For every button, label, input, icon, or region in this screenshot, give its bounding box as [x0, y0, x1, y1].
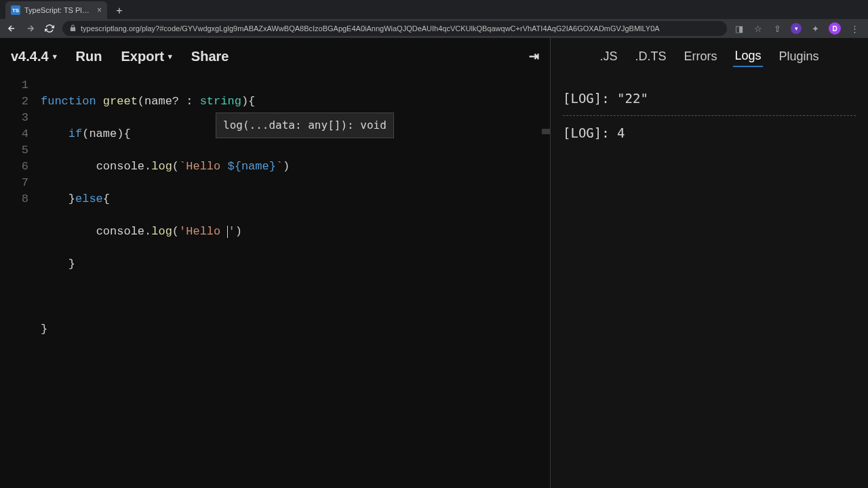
minimap-indicator[interactable]: [542, 129, 550, 134]
tab-bar: TS TypeScript: TS Playground - A × +: [0, 0, 868, 19]
line-number: 7: [0, 175, 28, 191]
toolbar-right-icons: ◨ ☆ ⇧ ▾ ✦ D ⋮: [734, 22, 863, 35]
logs-output: [LOG]: "22" [LOG]: 4: [551, 75, 868, 157]
export-button[interactable]: Export▾: [121, 49, 172, 64]
line-number: 4: [0, 126, 28, 142]
code-body[interactable]: function greet(name? : string){ if(name)…: [41, 77, 550, 488]
lock-icon: [69, 24, 77, 33]
line-number: 6: [0, 159, 28, 175]
output-pane: .JS .D.TS Errors Logs Plugins [LOG]: "22…: [551, 38, 868, 488]
bookmark-icon[interactable]: ☆: [753, 23, 764, 34]
extensions-icon[interactable]: ✦: [810, 23, 821, 34]
log-entry: [LOG]: "22": [563, 87, 856, 110]
version-selector[interactable]: v4.4.4▾: [11, 49, 57, 64]
tab-js[interactable]: .JS: [598, 47, 618, 66]
editor-pane: v4.4.4▾ Run Export▾ Share ⇥ 1 2 3 4 5 6 …: [0, 38, 551, 488]
new-tab-button[interactable]: +: [111, 3, 127, 19]
signature-help-popup: log(...data: any[]): void: [216, 113, 394, 138]
tab-plugins[interactable]: Plugins: [778, 47, 821, 66]
playground-app: v4.4.4▾ Run Export▾ Share ⇥ 1 2 3 4 5 6 …: [0, 38, 868, 488]
share-button[interactable]: Share: [191, 49, 229, 64]
avatar[interactable]: D: [829, 22, 841, 35]
share-icon[interactable]: ⇧: [772, 23, 783, 34]
gutter: 1 2 3 4 5 6 7 8: [0, 77, 41, 488]
run-button[interactable]: Run: [76, 49, 102, 64]
back-button[interactable]: [5, 22, 18, 35]
log-separator: [563, 115, 856, 116]
browser-tab[interactable]: TS TypeScript: TS Playground - A ×: [5, 1, 107, 19]
chevron-down-icon: ▾: [53, 52, 57, 61]
line-number: 8: [0, 191, 28, 207]
chevron-down-icon: ▾: [168, 52, 172, 61]
tab-logs[interactable]: Logs: [733, 46, 762, 67]
favicon: TS: [11, 5, 20, 15]
extension-icon[interactable]: ▾: [791, 23, 802, 34]
code-editor[interactable]: 1 2 3 4 5 6 7 8 function greet(name? : s…: [0, 75, 550, 488]
line-number: 5: [0, 142, 28, 159]
line-number: 3: [0, 110, 28, 126]
log-entry: [LOG]: 4: [563, 121, 856, 144]
close-icon[interactable]: ×: [97, 5, 102, 15]
forward-button[interactable]: [24, 22, 37, 35]
tab-dts[interactable]: .D.TS: [633, 47, 667, 66]
editor-toolbar: v4.4.4▾ Run Export▾ Share ⇥: [0, 38, 550, 75]
menu-icon[interactable]: ⋮: [849, 23, 860, 34]
url-bar-row: typescriptlang.org/play?#code/GYVwdgxgLg…: [0, 19, 868, 38]
format-icon[interactable]: ⇥: [529, 49, 539, 64]
translate-icon[interactable]: ◨: [734, 23, 745, 34]
line-number: 1: [0, 77, 28, 94]
output-tabs: .JS .D.TS Errors Logs Plugins: [551, 38, 868, 75]
tab-errors[interactable]: Errors: [682, 47, 718, 66]
url-text: typescriptlang.org/play?#code/GYVwdgxgLg…: [81, 24, 660, 33]
browser-chrome: TS TypeScript: TS Playground - A × + typ…: [0, 0, 868, 38]
tab-title: TypeScript: TS Playground - A: [24, 6, 93, 14]
reload-button[interactable]: [43, 22, 56, 35]
url-bar[interactable]: typescriptlang.org/play?#code/GYVwdgxgLg…: [62, 21, 727, 36]
line-number: 2: [0, 94, 28, 110]
